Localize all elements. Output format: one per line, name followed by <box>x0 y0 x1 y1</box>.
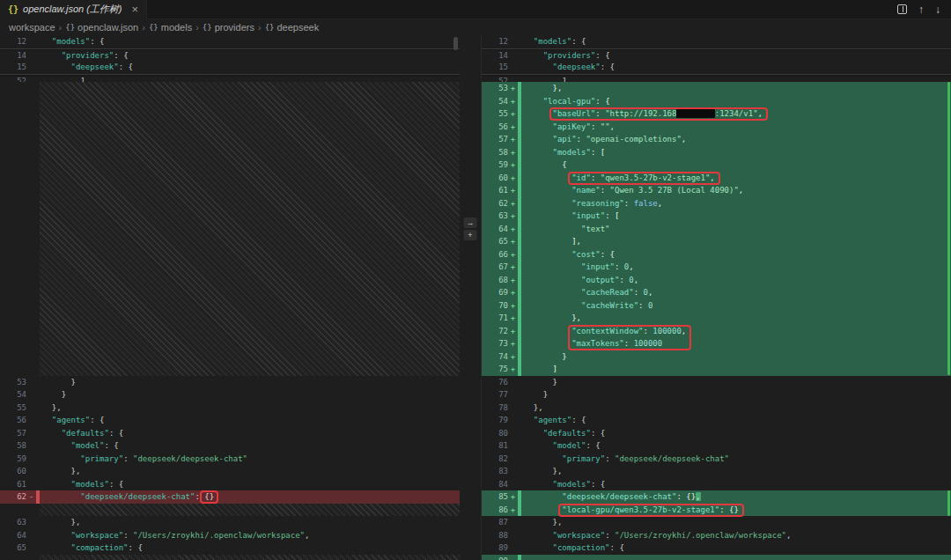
code-line[interactable]: 58 "model": { <box>0 439 460 453</box>
line-number: 82 <box>482 453 508 466</box>
code-line[interactable]: 85+ "deepseek/deepseek-chat": {}, <box>482 490 951 504</box>
code-line[interactable]: 78 }, <box>482 402 951 415</box>
code-line[interactable]: 15 "deepseek": { <box>482 61 951 74</box>
line-number <box>0 504 26 517</box>
tab-openclaw-json[interactable]: {} openclaw.json (工作树) × <box>0 0 147 19</box>
code-line[interactable]: 54+ "local-gpu": { <box>482 95 951 108</box>
code-line[interactable]: 75+ ] <box>482 363 951 376</box>
code-line[interactable]: 77 } <box>482 388 951 402</box>
code-line[interactable]: 90 <box>482 555 951 560</box>
code-text: } <box>521 388 951 402</box>
code-line[interactable]: 53+ }, <box>482 82 951 95</box>
code-line[interactable]: 69+ "cacheRead": 0, <box>482 286 951 299</box>
code-line[interactable]: 64+ "text" <box>482 223 951 236</box>
code-text: { <box>521 158 951 172</box>
right-pane[interactable]: 12 "models": {14 "providers": {15 "deeps… <box>481 35 951 560</box>
code-line[interactable]: 52 ] <box>482 74 951 83</box>
code-line[interactable]: 66+ "cost": { <box>482 248 951 262</box>
code-line[interactable]: 59+ { <box>482 158 951 172</box>
code-line[interactable]: 82 "primary": "deepseek/deepseek-chat" <box>482 453 951 466</box>
close-icon[interactable]: × <box>132 3 139 16</box>
code-line[interactable]: 60+ "id": "qwen3.5-27b-v2-stage1", <box>482 172 951 185</box>
code-line[interactable] <box>0 504 460 517</box>
diff-marker <box>508 75 518 83</box>
code-line[interactable]: 70+ "cacheWrite": 0 <box>482 299 951 313</box>
code-line[interactable]: 80 "defaults": { <box>482 427 951 440</box>
revert-change-icon[interactable]: → <box>464 217 477 228</box>
code-line[interactable]: 68+ "output": 0, <box>482 274 951 287</box>
left-scrollbar-thumb[interactable] <box>453 37 458 50</box>
code-line[interactable] <box>0 82 460 376</box>
overview-ruler[interactable] <box>945 35 951 560</box>
breadcrumb-item-workspace[interactable]: workspace <box>9 22 55 33</box>
diff-marker: + <box>508 133 518 146</box>
breadcrumb-item-deepseek[interactable]: {}deepseek <box>265 22 320 33</box>
code-line[interactable]: 71+ }, <box>482 312 951 325</box>
code-line[interactable]: 65 "compaction": { <box>0 542 460 555</box>
code-line[interactable]: 74+ } <box>482 350 951 364</box>
split-editor-icon[interactable] <box>897 4 907 14</box>
code-line[interactable]: 83 }, <box>482 465 951 478</box>
diff-added-mark <box>947 490 950 516</box>
code-line[interactable]: 54 } <box>0 388 460 402</box>
code-line[interactable]: 84 "models": { <box>482 478 951 491</box>
code-line[interactable]: 73+ "maxTokens": 100000 <box>482 337 951 350</box>
code-line[interactable]: 65+ ], <box>482 235 951 248</box>
code-line[interactable]: 55+ "baseUrl": "http://192.168 :1234/v1"… <box>482 107 951 121</box>
code-line[interactable]: 67+ "input": 0, <box>482 261 951 274</box>
code-text: "models": [ <box>521 146 951 159</box>
code-line[interactable]: 61+ "name": "Qwen 3.5 27B (Local 4090)", <box>482 184 951 197</box>
code-line[interactable]: 61 "models": { <box>0 478 460 491</box>
code-text: "models": { <box>521 35 951 48</box>
diff-sash[interactable]: → + <box>460 35 481 560</box>
code-line[interactable]: 53 } <box>0 376 460 389</box>
code-text: } <box>521 376 951 389</box>
diff-marker <box>26 402 36 415</box>
code-line[interactable]: 14 "providers": { <box>0 48 460 62</box>
breadcrumb-item-models[interactable]: {}models <box>149 22 192 33</box>
next-change-icon[interactable]: ↓ <box>935 4 940 15</box>
code-line[interactable]: 79 "agents": { <box>482 414 951 427</box>
code-line[interactable]: 56 "agents": { <box>0 414 460 427</box>
code-line[interactable]: 14 "providers": { <box>482 48 951 62</box>
code-text: }, <box>521 465 951 478</box>
code-line[interactable]: 52 ] <box>0 74 460 83</box>
code-line[interactable]: 12 "models": { <box>482 35 951 48</box>
expand-region-icon[interactable]: + <box>464 230 477 240</box>
code-line[interactable]: 63+ "input": [ <box>482 210 951 223</box>
diff-marker <box>26 414 36 427</box>
code-line[interactable]: 57 "defaults": { <box>0 427 460 440</box>
code-line[interactable]: 59 "primary": "deepseek/deepseek-chat" <box>0 453 460 466</box>
code-line[interactable]: 87 }, <box>482 516 951 529</box>
code-text: "primary": "deepseek/deepseek-chat" <box>521 453 951 466</box>
code-line[interactable] <box>0 555 460 560</box>
code-line[interactable]: 58+ "models": [ <box>482 146 951 159</box>
code-line[interactable]: 86+ "local-gpu/qwen3.5-27b-v2-stage1": {… <box>482 504 951 517</box>
code-line[interactable]: 88 "workspace": "/Users/zroykhi/.opencla… <box>482 529 951 542</box>
code-line[interactable]: 12 "models": { <box>0 35 460 48</box>
code-line[interactable]: 63 }, <box>0 516 460 529</box>
code-line[interactable]: 89 "compaction": { <box>482 542 951 555</box>
diff-marker: + <box>508 490 518 504</box>
code-line[interactable]: 60 }, <box>0 465 460 478</box>
code-line[interactable]: 62+ "reasoning": false, <box>482 197 951 210</box>
diff-marker <box>508 465 518 478</box>
code-line[interactable]: 15 "deepseek": { <box>0 61 460 74</box>
line-number: 53 <box>482 82 508 95</box>
code-line[interactable]: 76 } <box>482 376 951 389</box>
line-number: 64 <box>482 223 508 236</box>
code-line[interactable]: 57+ "api": "openai-completions", <box>482 133 951 146</box>
code-line[interactable]: 72+ "contextWindow": 100000, <box>482 325 951 338</box>
left-pane[interactable]: 12 "models": {14 "providers": {15 "deeps… <box>0 35 460 560</box>
code-line[interactable]: 64 "workspace": "/Users/zroykhi/.opencla… <box>0 529 460 542</box>
code-line[interactable]: 81 "model": { <box>482 439 951 453</box>
code-line[interactable]: 56+ "apiKey": "", <box>482 121 951 134</box>
code-line[interactable]: 62- "deepseek/deepseek-chat": {} <box>0 490 460 504</box>
code-text: "defaults": { <box>40 427 460 440</box>
breadcrumb-item-providers[interactable]: {}providers <box>203 22 254 33</box>
previous-change-icon[interactable]: ↑ <box>918 4 924 15</box>
code-line[interactable]: 55 }, <box>0 402 460 415</box>
breadcrumb-item-openclaw-json[interactable]: {}openclaw.json <box>65 22 138 33</box>
object-icon: {} <box>265 23 275 32</box>
sash-icons: → + <box>464 217 477 240</box>
